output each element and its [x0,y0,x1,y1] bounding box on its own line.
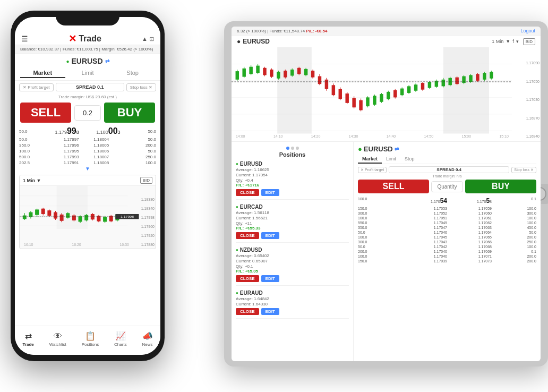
pair-name-text: EURUSD [71,57,102,65]
tp-profit-target[interactable]: ✕ Profit target [358,167,387,173]
hamburger-icon[interactable]: ☰ [21,35,28,43]
tp-ob-qty2-7: 200.0 [492,235,536,239]
price-4: 1.17920 [131,234,155,237]
close-nzdusd-button[interactable]: CLOSE [236,275,259,282]
nav-charts[interactable]: 📈 Charts [114,331,127,347]
tablet-chart-area: ● EURUSD 1 Min ▼ f ▾ BID [232,36,541,142]
charts-label: Charts [114,342,127,347]
tablet-trade-panel: ● EURUSD ⇄ Market Limit Stop ✕ Profit ta… [354,142,541,361]
edit-nzdusd-button[interactable]: EDIT [261,275,279,282]
tablet-bid-tag[interactable]: BID [523,38,535,45]
tp-ob-ask-1: 1.17059 [447,207,492,210]
ob-ask-5: 1.18008 [93,160,123,165]
brand-name: Trade [79,34,101,44]
tp-ob-ask-6: 1.17064 [447,231,492,234]
tab-limit[interactable]: Limit [65,69,110,78]
phone-bid-tag[interactable]: BID [140,177,152,184]
header-icons: ▲ ⊡ [142,36,154,42]
pos-eurcad-pnl: P/L: +€55.33 [236,226,349,231]
tp-buy-button[interactable]: BUY [465,180,536,193]
pair-header: ● EURUSD ⇄ [15,54,160,69]
svg-rect-98 [407,86,410,93]
tp-refresh-icon[interactable]: ⇄ [395,146,399,152]
buy-button[interactable]: BUY [104,103,155,123]
tab-market[interactable]: Market [20,69,65,78]
ob-ask-1: 1.18004 [93,137,123,142]
trade-label: Trade [22,342,33,347]
tablet-bottom-panel: Positions ● EURUSD Average: 1.16625 Curr… [232,142,541,361]
positions-icon: 📋 [85,331,96,341]
edit-euraud-button[interactable]: EDIT [261,308,279,315]
svg-rect-24 [79,216,82,221]
tp-pair-name: ● EURUSD ⇄ [358,145,399,153]
tp-ob-qty2-9: 100.0 [492,245,536,249]
tablet-home-button[interactable] [541,184,548,204]
close-eurusd-button[interactable]: CLOSE [236,189,259,196]
tp-ob-qty1-10: 200.0 [358,250,403,253]
edit-eurcad-button[interactable]: EDIT [261,232,279,239]
tp-ob-row-8: 300.0 1.17043 1.17066 250.0 [358,240,536,244]
close-eurcad-button[interactable]: CLOSE [236,232,259,239]
status-text: Balance: €10,932.37 | Funds: €11,003.75 … [20,47,153,52]
phone-screen: ☰ ✕ Trade ▲ ⊡ Balance: €10,932.37 | Fund… [15,17,160,355]
svg-rect-84 [359,100,362,110]
nav-watchlist[interactable]: 👁 Watchlist [49,331,66,347]
tp-ob-qty1-4: 550.0 [358,221,403,225]
svg-rect-86 [366,97,369,106]
tablet-settings-icon[interactable]: ▾ [516,39,519,44]
close-euraud-button[interactable]: CLOSE [236,308,259,315]
news-icon: 📣 [142,331,153,341]
phone-chart-area: 1 Min ▼ BID [19,175,156,249]
price-3: 1.17960 [131,225,155,228]
price-5: 1.17880 [131,243,155,246]
nav-trade[interactable]: ⇄ Trade [22,331,33,347]
order-book-highlight-row: 50.0 1.179998 1.180003 50.0 [19,126,156,137]
svg-rect-100 [414,84,417,91]
tp-tab-market[interactable]: Market [358,155,382,164]
sell-button[interactable]: SELL [20,103,71,123]
tablet-indicator-icon[interactable]: f [512,39,514,44]
quantity-input[interactable] [74,105,101,121]
tp-stop-loss[interactable]: Stop loss ✕ [511,167,536,173]
tp-pair-header: ● EURUSD ⇄ [358,145,536,153]
nav-positions[interactable]: 📋 Positions [82,331,99,347]
svg-rect-74 [325,80,328,89]
phone-timeframe-selector[interactable]: 1 Min ▼ [23,178,41,183]
edit-eurusd-button[interactable]: EDIT [261,189,279,196]
stop-loss-label: Stop loss ✕ [130,85,152,90]
tp-sell-button[interactable]: SELL [358,180,429,193]
t-time-1: 14:10 [273,134,283,138]
phone-time-labels: 16:10 16:20 16:30 [24,243,129,246]
t-price-3: 1.16870 [510,116,540,120]
tp-ob-row-12: 150.0 1.17039 1.17073 200.0 [358,259,536,263]
pos-dot-2: ● [236,204,238,209]
tablet-timeframe[interactable]: 1 Min [492,39,503,44]
tp-tab-limit[interactable]: Limit [382,155,400,164]
logout-button[interactable]: Logout [520,28,535,33]
nav-news[interactable]: 📣 News [142,331,153,347]
pair-refresh-icon[interactable]: ⇄ [105,58,109,64]
svg-rect-110 [448,78,451,86]
ob-ask-2: 1.18005 [93,143,123,148]
profit-target-chip[interactable]: ✕ Profit target [19,83,54,91]
svg-rect-22 [72,216,76,220]
tp-inputs-row: ✕ Profit target SPREAD 0.4 Stop loss ✕ [358,166,536,173]
ob-qty2-5: 100.0 [138,160,156,165]
tp-ob-qty1-11: 100.0 [358,254,403,258]
time-label-2: 16:30 [119,243,129,246]
stop-loss-chip[interactable]: Stop loss ✕ [126,83,156,91]
tablet-status-text: 6.32 (> 1000%) | Funds: €11,548.74 [237,29,305,33]
scroll-down-icon[interactable]: ▼ [19,166,156,172]
svg-rect-4 [57,186,88,229]
svg-rect-54 [256,66,259,73]
ob-qty2-2: 200.0 [138,143,156,148]
phone-price-labels: 1.18380 1.18340 1.17998 1.17960 1.17920 … [131,198,155,246]
pos-nzdusd-name: ● NZDUSD [236,247,349,253]
tp-quantity-input[interactable] [431,181,463,192]
svg-rect-14 [47,210,51,216]
tablet-status-bar: 6.32 (> 1000%) | Funds: €11,548.74 P/L: … [232,27,541,36]
svg-rect-16 [54,212,57,219]
tab-stop[interactable]: Stop [110,69,155,78]
tp-tab-stop[interactable]: Stop [400,155,419,164]
tablet-tf-arrow[interactable]: ▼ [506,39,510,44]
